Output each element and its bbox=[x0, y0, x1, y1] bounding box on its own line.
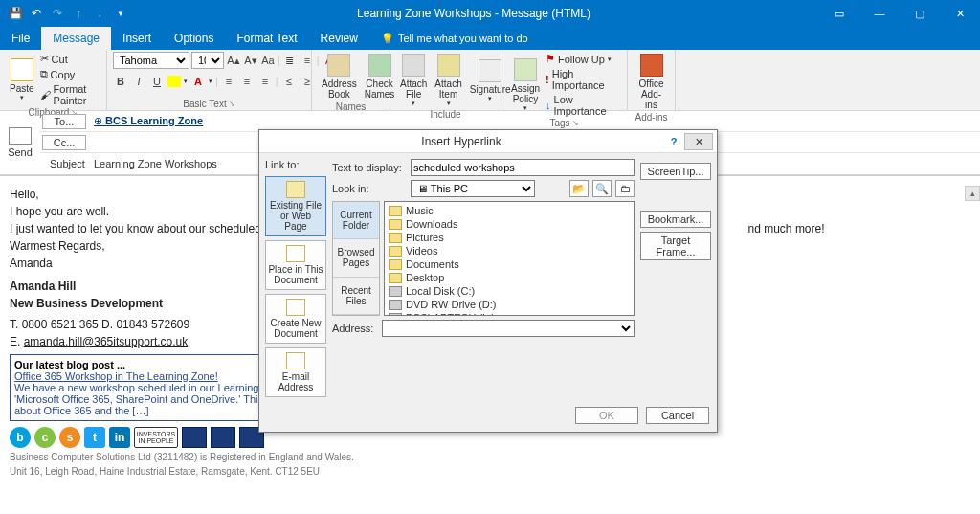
tab-browsed-pages[interactable]: Browsed Pages bbox=[333, 239, 379, 277]
signature-email-link[interactable]: amanda.hill@365itsupport.co.uk bbox=[24, 335, 189, 348]
attach-item-button[interactable]: Attach Item▾ bbox=[431, 52, 465, 109]
minimize-icon[interactable]: — bbox=[859, 0, 900, 27]
close-icon[interactable]: ✕ bbox=[940, 0, 980, 27]
flag-icon: ⚑ bbox=[546, 53, 555, 65]
assign-policy-button[interactable]: Assign Policy▾ bbox=[507, 56, 544, 114]
file-item[interactable]: Pictures bbox=[387, 231, 632, 244]
dialog-help-icon[interactable]: ? bbox=[663, 136, 684, 147]
drive-icon bbox=[389, 300, 402, 310]
align-left-icon[interactable]: ≡ bbox=[221, 74, 236, 89]
file-item[interactable]: Documents bbox=[387, 257, 632, 271]
copy-icon: ⧉ bbox=[40, 68, 48, 80]
office-addins-button[interactable]: Office Add-ins bbox=[634, 52, 669, 112]
font-name-select[interactable]: Tahoma bbox=[113, 52, 189, 69]
qat-more-icon[interactable]: ▼ bbox=[113, 6, 128, 21]
tab-review[interactable]: Review bbox=[309, 27, 369, 50]
send-button[interactable]: Send bbox=[8, 146, 33, 158]
align-center-icon[interactable]: ≡ bbox=[239, 74, 255, 89]
insert-hyperlink-dialog: Insert Hyperlink ? ✕ Link to: Existing F… bbox=[258, 129, 718, 433]
target-frame-button[interactable]: Target Frame... bbox=[640, 232, 711, 260]
bullets-icon[interactable]: ≣ bbox=[282, 53, 298, 68]
linkto-create-new-doc[interactable]: Create New Document bbox=[265, 294, 326, 344]
signature-name: Amanda Hill bbox=[10, 279, 76, 293]
underline-icon[interactable]: U bbox=[149, 74, 165, 89]
to-button[interactable]: To... bbox=[42, 114, 86, 129]
tab-insert[interactable]: Insert bbox=[111, 27, 163, 50]
file-item[interactable]: DVD RW Drive (D:) bbox=[387, 298, 632, 311]
shrink-font-icon[interactable]: A▾ bbox=[243, 53, 258, 68]
grow-font-icon[interactable]: A▴ bbox=[226, 53, 241, 68]
save-icon[interactable]: 💾 bbox=[8, 6, 23, 21]
format-painter-button[interactable]: 🖌Format Painter bbox=[38, 82, 100, 107]
tab-recent-files[interactable]: Recent Files bbox=[333, 278, 379, 315]
folder-icon bbox=[389, 246, 402, 257]
italic-icon[interactable]: I bbox=[131, 74, 146, 89]
screentip-button[interactable]: ScreenTip... bbox=[640, 163, 711, 180]
tab-options[interactable]: Options bbox=[163, 27, 225, 50]
high-importance-button[interactable]: !High Importance bbox=[544, 67, 621, 92]
ribbon-options-icon[interactable]: ▭ bbox=[819, 0, 859, 27]
tab-current-folder[interactable]: Current Folder bbox=[333, 202, 379, 239]
linkedin-icon[interactable]: in bbox=[109, 427, 130, 448]
ok-button[interactable]: OK bbox=[575, 407, 638, 424]
address-input[interactable] bbox=[382, 320, 635, 337]
folder-icon bbox=[389, 233, 402, 243]
twitter-icon[interactable]: t bbox=[84, 427, 105, 448]
cut-button[interactable]: ✂Cut bbox=[38, 52, 100, 66]
copy-button[interactable]: ⧉Copy bbox=[38, 67, 100, 81]
maximize-icon[interactable]: ▢ bbox=[900, 0, 940, 27]
address-book-button[interactable]: Address Book bbox=[318, 52, 361, 101]
file-item[interactable]: Downloads bbox=[387, 217, 632, 231]
linkto-existing-file[interactable]: Existing File or Web Page bbox=[265, 176, 326, 236]
folder-icon bbox=[389, 219, 402, 230]
down-icon[interactable]: ↓ bbox=[92, 6, 107, 21]
window-title: Learning Zone Workshops - Message (HTML) bbox=[128, 7, 819, 20]
up-icon[interactable]: ↑ bbox=[71, 6, 86, 21]
look-in-select[interactable]: 🖥 This PC bbox=[411, 180, 535, 197]
tell-me[interactable]: 💡 Tell me what you want to do bbox=[369, 27, 528, 50]
attach-file-button[interactable]: Attach File▾ bbox=[396, 52, 431, 109]
bold-icon[interactable]: B bbox=[113, 74, 128, 89]
highlight-icon[interactable] bbox=[167, 76, 181, 87]
follow-up-button[interactable]: ⚑Follow Up▾ bbox=[544, 52, 621, 66]
cancel-button[interactable]: Cancel bbox=[646, 407, 709, 424]
tab-format-text[interactable]: Format Text bbox=[225, 27, 308, 50]
drive-icon bbox=[389, 286, 402, 297]
file-item[interactable]: BCSLABTECH (L:) bbox=[387, 311, 632, 316]
iso14001-icon bbox=[211, 427, 235, 448]
send-icon bbox=[9, 127, 32, 145]
ribbon-tabs: File Message Insert Options Format Text … bbox=[0, 27, 980, 50]
browse-file-icon[interactable]: 🗀 bbox=[615, 180, 635, 197]
font-size-select[interactable]: 10 bbox=[191, 52, 224, 69]
blog-link[interactable]: Office 365 Workshop in The Learning Zone… bbox=[14, 370, 218, 382]
linkto-place-in-doc[interactable]: Place in This Document bbox=[265, 240, 326, 290]
cc-button[interactable]: Cc... bbox=[42, 135, 86, 150]
dialog-close-icon[interactable]: ✕ bbox=[684, 133, 713, 150]
file-item[interactable]: Local Disk (C:) bbox=[387, 284, 632, 298]
drive-icon bbox=[389, 313, 402, 317]
undo-icon[interactable]: ↶ bbox=[29, 6, 44, 21]
tab-file[interactable]: File bbox=[0, 27, 41, 50]
text-to-display-input[interactable] bbox=[411, 159, 635, 176]
decrease-indent-icon[interactable]: ≤ bbox=[281, 74, 297, 89]
tab-message[interactable]: Message bbox=[41, 27, 111, 50]
browse-web-icon[interactable]: 🔍 bbox=[592, 180, 612, 197]
folder-icon bbox=[389, 273, 402, 283]
file-item[interactable]: Videos bbox=[387, 244, 632, 257]
file-item[interactable]: Music bbox=[387, 204, 632, 217]
dialog-launcher-icon[interactable]: ↘ bbox=[229, 100, 235, 108]
file-item[interactable]: Desktop bbox=[387, 271, 632, 284]
up-folder-icon[interactable]: 📂 bbox=[569, 180, 589, 197]
signature-role: New Business Development bbox=[10, 297, 163, 310]
iso9001-icon bbox=[182, 427, 207, 448]
bookmark-button[interactable]: Bookmark... bbox=[640, 211, 711, 228]
font-color-icon[interactable]: A bbox=[190, 74, 206, 89]
linkto-email-address[interactable]: E-mail Address bbox=[265, 347, 326, 397]
redo-icon[interactable]: ↷ bbox=[50, 6, 65, 21]
align-right-icon[interactable]: ≡ bbox=[257, 74, 273, 89]
subject-label: Subject bbox=[42, 157, 86, 170]
paste-button[interactable]: Paste▾ bbox=[6, 56, 38, 103]
file-list[interactable]: MusicDownloadsPicturesVideosDocumentsDes… bbox=[384, 201, 635, 316]
to-field[interactable]: BCS Learning Zone bbox=[92, 113, 980, 129]
change-case-icon[interactable]: Aa bbox=[260, 53, 276, 68]
